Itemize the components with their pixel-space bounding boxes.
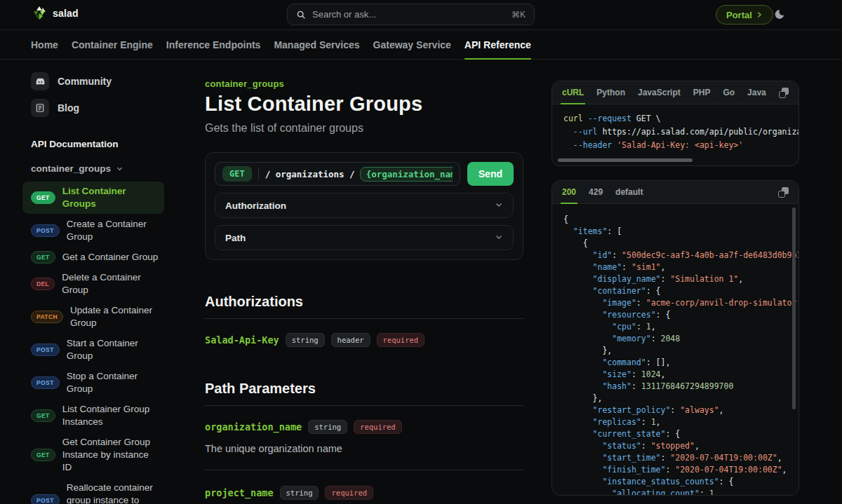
code-line: "start_time": "2020-07-04T19:00:00Z",: [563, 452, 787, 464]
code-line: curl --request GET \: [563, 112, 787, 125]
response-example-panel: 200429default { "items": [ { "id": "500d…: [552, 180, 799, 496]
collapsible-label: Authorization: [225, 200, 286, 211]
tab-php[interactable]: PHP: [693, 81, 711, 104]
param-description: The unique organization name: [205, 443, 523, 454]
code-line: "image": "acme-corp/anvil-drop-simulator…: [563, 297, 787, 309]
search-placeholder: Search or ask...: [312, 9, 505, 20]
blog-icon: [31, 99, 49, 117]
sidebar-link-community[interactable]: Community: [22, 70, 164, 93]
tab-status-200[interactable]: 200: [562, 181, 576, 204]
tab-java[interactable]: Java: [747, 81, 766, 104]
copy-icon[interactable]: [778, 187, 789, 198]
chevron-down-icon: [495, 231, 503, 244]
horizontal-scrollbar[interactable]: [558, 158, 693, 162]
tab-status-default[interactable]: default: [615, 181, 643, 204]
sidebar-item-reallocate-container-group-instance-to-another-node[interactable]: POSTReallocate container group instance …: [22, 478, 164, 504]
search-icon: [296, 10, 306, 20]
code-line: "size": 1024,: [563, 369, 787, 381]
sidebar-item-label: Update a Container Group: [70, 304, 159, 329]
method-badge: GET: [31, 191, 55, 204]
path-param-pill[interactable]: {organization_name}: [360, 167, 453, 182]
code-line: "items": [: [563, 226, 787, 238]
path-segment: / organizations /: [265, 169, 355, 179]
sidebar-item-get-container-group-instance-by-instance-id[interactable]: GETGet Container Group Instance by insta…: [22, 433, 164, 477]
code-line: "finish_time": "2020-07-04T19:00:00Z",: [563, 464, 787, 476]
send-button[interactable]: Send: [467, 162, 514, 186]
sidebar-item-list-container-group-instances[interactable]: GETList Container Group Instances: [22, 400, 164, 432]
code-line: "display_name": "Simulation 1",: [563, 273, 787, 285]
sidebar-item-get-a-container-group[interactable]: GETGet a Container Group: [22, 247, 164, 267]
code-line: "instance_status_counts": {: [563, 476, 787, 488]
sidebar-item-stop-a-container-group[interactable]: POSTStop a Container Group: [22, 367, 164, 399]
code-line: "container": {: [563, 285, 787, 297]
param-badge-header: header: [331, 333, 370, 347]
copy-icon[interactable]: [779, 88, 789, 98]
tab-python[interactable]: Python: [596, 81, 625, 104]
nav-item-inference-endpoints[interactable]: Inference Endpoints: [166, 30, 261, 59]
nav-item-home[interactable]: Home: [31, 30, 58, 59]
code-examples-column: cURLPythonJavaScriptPHPGoJava curl --req…: [552, 81, 799, 496]
tab-status-429[interactable]: 429: [589, 181, 603, 204]
authorizations-heading: Authorizations: [205, 294, 523, 310]
path-parameters-heading: Path Parameters: [205, 381, 523, 397]
code-line: "allocating_count": 1,: [563, 488, 787, 496]
param-badge-required: required: [325, 486, 373, 500]
sidebar-item-delete-a-container-group[interactable]: DELDelete a Container Group: [22, 268, 164, 300]
param-badge-required: required: [354, 420, 402, 434]
sidebar-link-blog[interactable]: Blog: [22, 97, 164, 119]
sidebar-group-label: container_groups: [31, 163, 111, 174]
divider: [258, 168, 259, 180]
main-content: container_groups List Container Groups G…: [205, 79, 523, 504]
code-line: "name": "sim1",: [563, 261, 787, 273]
nav-item-container-engine[interactable]: Container Engine: [72, 30, 153, 59]
dark-mode-toggle[interactable]: [770, 6, 787, 22]
sidebar-group-toggle[interactable]: container_groups: [31, 163, 164, 174]
nav-item-gateway-service[interactable]: Gateway Service: [373, 30, 451, 59]
search-input[interactable]: Search or ask... ⌘K: [287, 4, 535, 25]
collapsible-path[interactable]: Path: [215, 225, 514, 250]
method-badge: GET: [222, 166, 252, 182]
tab-go[interactable]: Go: [723, 81, 735, 104]
discord-icon: [31, 72, 49, 90]
sidebar-endpoint-list: GETList Container GroupsPOSTCreate a Con…: [22, 182, 164, 504]
request-example-panel: cURLPythonJavaScriptPHPGoJava curl --req…: [552, 81, 799, 166]
search-shortcut: ⌘K: [512, 10, 526, 20]
sidebar-item-update-a-container-group[interactable]: PATCHUpdate a Container Group: [22, 301, 164, 333]
sidebar-item-list-container-groups[interactable]: GETList Container Groups: [22, 182, 164, 214]
sidebar-item-start-a-container-group[interactable]: POSTStart a Container Group: [22, 334, 164, 366]
code-line: "status": "stopped",: [563, 440, 787, 452]
nav-item-api-reference[interactable]: API Reference: [465, 30, 531, 59]
moon-icon: [773, 8, 785, 20]
sidebar-item-label: List Container Groups: [62, 185, 159, 210]
code-line: },: [563, 393, 787, 404]
sidebar-link-label: Community: [58, 76, 112, 87]
code-line: --url https://api.salad.com/api/public/o…: [563, 125, 787, 139]
sidebar-item-create-a-container-group[interactable]: POSTCreate a Container Group: [22, 214, 164, 247]
code-line: "command": [],: [563, 357, 787, 369]
nav-item-managed-services[interactable]: Managed Services: [274, 30, 359, 59]
code-line: "hash": 1311768467294899700: [563, 381, 787, 393]
tab-curl[interactable]: cURL: [562, 81, 584, 104]
param-name: project_name: [205, 487, 274, 498]
param-name: Salad-Api-Key: [205, 334, 279, 346]
chevron-down-icon: [116, 165, 123, 172]
response-json-block: { "items": [ { "id": "500dec9c-aaf3-4a0b…: [552, 204, 798, 496]
method-badge: POST: [31, 376, 60, 389]
param-badge-string: string: [286, 333, 325, 347]
param-name: organization_name: [205, 421, 302, 433]
request-path: / organizations /{organization_name}/ pr…: [265, 167, 453, 182]
param-badge-string: string: [280, 486, 319, 500]
method-badge: POST: [31, 224, 60, 237]
page-subtitle: Gets the list of container groups: [205, 122, 523, 135]
portal-button[interactable]: Portal: [716, 5, 773, 25]
tab-javascript[interactable]: JavaScript: [638, 81, 681, 104]
method-badge: DEL: [31, 278, 55, 290]
collapsible-label: Path: [225, 233, 246, 243]
method-badge: GET: [31, 251, 55, 264]
request-url-bar[interactable]: GET / organizations /{organization_name}…: [215, 162, 460, 186]
salad-logo[interactable]: salad: [31, 5, 79, 22]
collapsible-authorization[interactable]: Authorization: [215, 193, 514, 218]
code-line: "restart_policy": "always",: [563, 404, 787, 416]
top-header: salad Search or ask... ⌘K Portal: [0, 0, 842, 30]
vertical-scrollbar[interactable]: [792, 207, 796, 409]
